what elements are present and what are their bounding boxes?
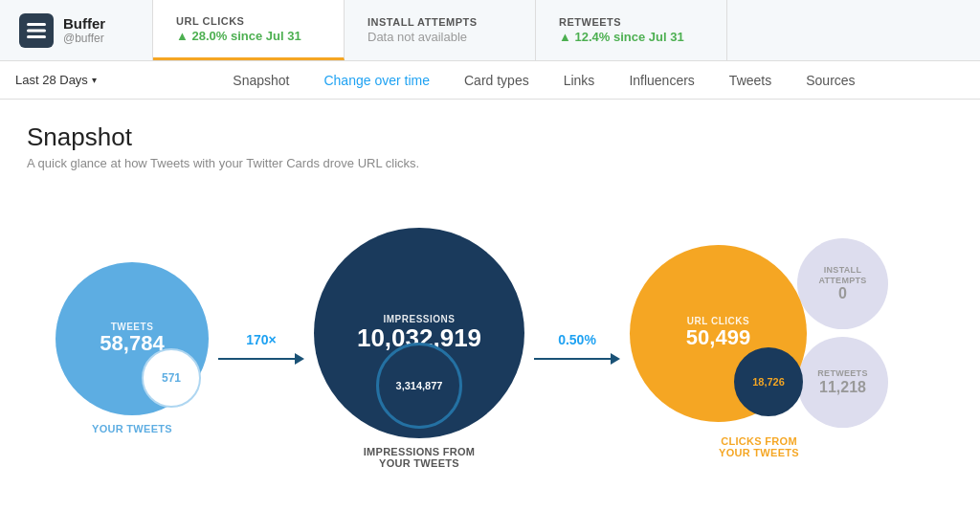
retweets-circle-label: RETWEETS	[817, 368, 867, 379]
urlclicks-number: 50,499	[686, 326, 750, 349]
metric-retweets-label: RETWEETS	[559, 16, 703, 28]
buffer-logo	[19, 13, 54, 48]
tab-influencers[interactable]: Influencers	[612, 65, 711, 96]
arrow-1: 170×	[218, 332, 304, 365]
top-bar: Buffer @buffer URL CLICKS ▲ 28.0% since …	[0, 0, 980, 61]
nav-bar: Last 28 Days ▾ Snapshot Change over time…	[0, 61, 980, 100]
diagram: TWEETS 58,784 571 YOUR TWEETS 170×	[56, 209, 888, 488]
brand-name: Buffer	[63, 15, 105, 32]
metric-url-clicks-label: URL CLICKS	[176, 15, 321, 27]
metric-install-attempts[interactable]: INSTALL ATTEMPTS Data not available	[345, 0, 536, 60]
nav-tabs: Snapshot Change over time Card types Lin…	[120, 65, 969, 96]
retweets-circle: RETWEETS 11,218	[797, 337, 888, 428]
metric-install-value: Data not available	[368, 30, 512, 44]
arrow-2: 0.50%	[534, 332, 620, 365]
install-attempts-circle-label: INSTALLATTEMPTS	[818, 265, 866, 286]
chevron-down-icon: ▾	[92, 75, 97, 85]
svg-rect-3	[27, 35, 46, 38]
install-attempts-circle-number: 0	[838, 285, 847, 302]
tab-card-types[interactable]: Card types	[447, 65, 546, 96]
arrow-1-head	[295, 353, 304, 365]
arrow-1-label: 170×	[246, 332, 277, 347]
metric-install-na: Data not available	[368, 30, 467, 44]
tab-tweets[interactable]: Tweets	[712, 65, 789, 96]
tweets-circle: TWEETS 58,784 571	[56, 262, 209, 415]
impressions-caption: IMPRESSIONS FROM YOUR TWEETS	[364, 446, 476, 469]
tweets-caption: YOUR TWEETS	[92, 423, 172, 434]
your-tweets-sub-circle: 571	[142, 348, 201, 408]
metric-retweets[interactable]: RETWEETS ▲ 12.4% since Jul 31	[536, 0, 727, 60]
tab-sources[interactable]: Sources	[789, 65, 872, 96]
metric-url-clicks[interactable]: URL CLICKS ▲ 28.0% since Jul 31	[153, 0, 345, 60]
arrow-2-head	[611, 353, 620, 365]
main-content: Snapshot A quick glance at how Tweets wi…	[0, 100, 980, 511]
brand-handle: @buffer	[63, 32, 105, 45]
metric-install-label: INSTALL ATTEMPTS	[368, 16, 512, 28]
impressions-sub-number: 3,314,877	[396, 380, 443, 391]
tweets-group: TWEETS 58,784 571 YOUR TWEETS	[56, 262, 209, 434]
urlclicks-circle: URL CLICKS 50,499 18,726	[630, 245, 807, 422]
date-filter[interactable]: Last 28 Days ▾	[11, 73, 100, 87]
impressions-group: IMPRESSIONS 10,032,919 3,314,877 IMPRESS…	[314, 228, 524, 469]
side-circles: INSTALLATTEMPTS 0 RETWEETS 11,218	[797, 238, 888, 428]
tab-links[interactable]: Links	[546, 65, 612, 96]
metric-retweets-value: ▲ 12.4% since Jul 31	[559, 30, 703, 44]
your-tweets-number: 571	[162, 371, 181, 385]
tab-change-over-time[interactable]: Change over time	[306, 65, 447, 96]
arrow-1-line	[218, 353, 304, 365]
metrics-bar: URL CLICKS ▲ 28.0% since Jul 31 INSTALL …	[153, 0, 980, 60]
install-attempts-circle: INSTALLATTEMPTS 0	[797, 238, 888, 329]
metric-url-clicks-value: ▲ 28.0% since Jul 31	[176, 29, 321, 43]
arrow-1-shaft	[218, 358, 295, 360]
urlclicks-caption: CLICKS FROM YOUR TWEETS	[719, 435, 799, 458]
page-subtitle: A quick glance at how Tweets with your T…	[27, 156, 953, 170]
urlclicks-sub-circle: 18,726	[734, 347, 803, 416]
page-title: Snapshot	[27, 122, 953, 152]
impressions-label: IMPRESSIONS	[384, 314, 456, 324]
impressions-sub-circle: 3,314,877	[376, 343, 462, 429]
brand: Buffer @buffer	[0, 0, 153, 60]
metric-retweets-change: ▲ 12.4% since Jul 31	[559, 30, 684, 44]
tweets-label: TWEETS	[111, 322, 154, 332]
arrow-2-shaft	[534, 358, 611, 360]
svg-rect-2	[27, 29, 46, 32]
urlclicks-label: URL CLICKS	[687, 316, 749, 326]
date-filter-label: Last 28 Days	[15, 73, 88, 87]
urlclicks-sub-number: 18,726	[752, 376, 785, 388]
arrow-2-line	[534, 353, 620, 365]
impressions-circle: IMPRESSIONS 10,032,919 3,314,877	[314, 228, 524, 438]
retweets-circle-number: 11,218	[819, 379, 866, 396]
urlclicks-group: URL CLICKS 50,499 18,726 INSTALLATTEMPTS…	[630, 238, 888, 458]
arrow-2-label: 0.50%	[558, 332, 596, 347]
snapshot-diagram: TWEETS 58,784 571 YOUR TWEETS 170×	[27, 199, 953, 488]
tab-snapshot[interactable]: Snapshot	[215, 65, 306, 96]
metric-url-clicks-change: ▲ 28.0% since Jul 31	[176, 29, 301, 43]
brand-text: Buffer @buffer	[63, 15, 105, 45]
svg-rect-1	[27, 23, 46, 26]
